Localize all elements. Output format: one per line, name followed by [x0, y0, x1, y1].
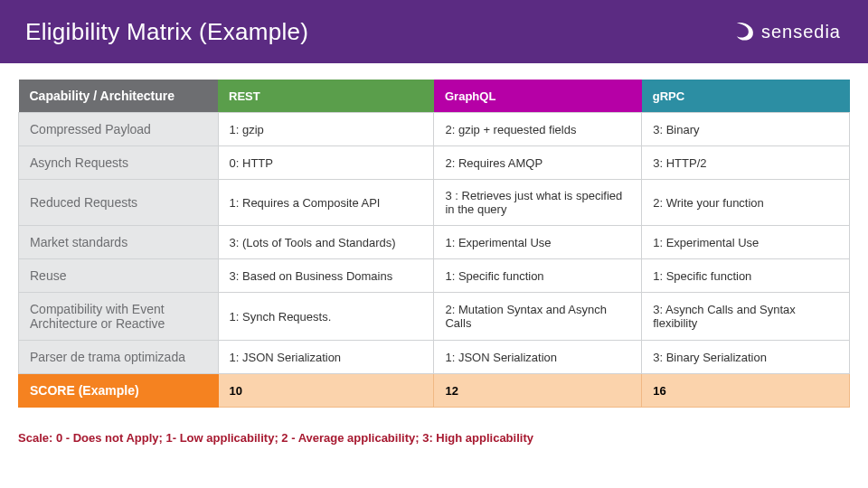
gql-cell: 2: Requires AMQP: [434, 146, 642, 180]
grpc-cell: 1: Experimental Use: [642, 226, 850, 259]
brand-logo: sensedia: [732, 20, 841, 43]
scale-legend: Scale: 0 - Does not Apply; 1- Low applic…: [0, 417, 868, 445]
eligibility-table: Capability / Architecture REST GraphQL g…: [18, 80, 850, 408]
content-area: Capability / Architecture REST GraphQL g…: [0, 63, 868, 417]
table-row: Parser de trama optimizada 1: JSON Seria…: [19, 341, 850, 374]
grpc-cell: 3: Binary Serialization: [642, 341, 850, 374]
score-grpc: 16: [642, 374, 850, 408]
table-row: Reduced Requests 1: Requires a Composite…: [19, 180, 850, 226]
gql-cell: 1: Experimental Use: [434, 226, 642, 259]
table-row: Market standards 3: (Lots of Tools and S…: [19, 226, 850, 259]
table-row: Compressed Payload 1: gzip 2: gzip + req…: [19, 113, 850, 146]
score-label: SCORE (Example): [19, 374, 219, 408]
cap-cell: Market standards: [19, 226, 219, 259]
table-row: Reuse 3: Based on Business Domains 1: Sp…: [19, 259, 850, 293]
cap-cell: Reduced Requests: [19, 180, 219, 226]
score-rest: 10: [218, 374, 434, 408]
gql-cell: 2: Mutation Syntax and Asynch Calls: [434, 293, 642, 341]
col-grpc: gRPC: [642, 80, 850, 113]
rest-cell: 1: gzip: [218, 113, 434, 146]
cap-cell: Parser de trama optimizada: [19, 341, 219, 374]
gql-cell: 2: gzip + requested fields: [434, 113, 642, 146]
brand-name: sensedia: [761, 22, 841, 42]
gql-cell: 3 : Retrieves just what is specified in …: [434, 180, 642, 226]
col-rest: REST: [218, 80, 434, 113]
rest-cell: 1: Requires a Composite API: [218, 180, 434, 226]
table-row: Compatibility with Event Architecture or…: [19, 293, 850, 341]
table-header-row: Capability / Architecture REST GraphQL g…: [19, 80, 850, 113]
rest-cell: 1: Synch Requests.: [218, 293, 434, 341]
grpc-cell: 3: HTTP/2: [642, 146, 850, 180]
gql-cell: 1: JSON Serialization: [434, 341, 642, 374]
score-row: SCORE (Example) 10 12 16: [19, 374, 850, 408]
col-capability: Capability / Architecture: [19, 80, 219, 113]
cap-cell: Compatibility with Event Architecture or…: [19, 293, 219, 341]
rest-cell: 1: JSON Serialization: [218, 341, 434, 374]
slide-header: Eligibility Matrix (Example) sensedia: [0, 0, 868, 63]
grpc-cell: 3: Binary: [642, 113, 850, 146]
rest-cell: 0: HTTP: [218, 146, 434, 180]
cap-cell: Asynch Requests: [19, 146, 219, 180]
score-gql: 12: [434, 374, 642, 408]
gql-cell: 1: Specific function: [434, 259, 642, 293]
cap-cell: Reuse: [19, 259, 219, 293]
table-row: Asynch Requests 0: HTTP 2: Requires AMQP…: [19, 146, 850, 180]
table-body: Compressed Payload 1: gzip 2: gzip + req…: [19, 113, 850, 408]
grpc-cell: 2: Write your function: [642, 180, 850, 226]
col-graphql: GraphQL: [434, 80, 642, 113]
rest-cell: 3: Based on Business Domains: [218, 259, 434, 293]
sensedia-icon: [732, 20, 756, 43]
grpc-cell: 1: Specific function: [642, 259, 850, 293]
grpc-cell: 3: Asynch Calls and Syntax flexibility: [642, 293, 850, 341]
page-title: Eligibility Matrix (Example): [25, 18, 308, 46]
cap-cell: Compressed Payload: [19, 113, 219, 146]
rest-cell: 3: (Lots of Tools and Standards): [218, 226, 434, 259]
